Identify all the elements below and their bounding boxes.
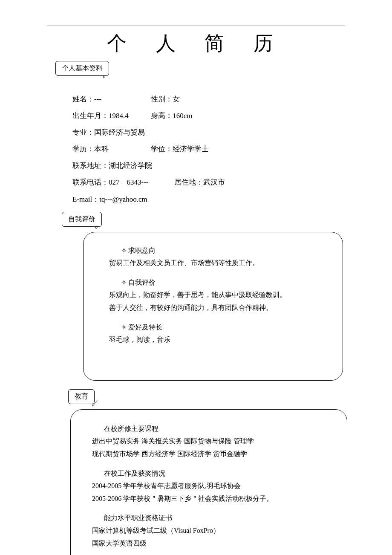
diamond-icon: ✧ bbox=[121, 247, 127, 254]
phone-label: 联系电话： bbox=[72, 174, 109, 191]
eval-heading: 自我评价 bbox=[128, 279, 156, 286]
location-label: 居住地： bbox=[174, 174, 203, 191]
section-education-label-wrap: 教育 bbox=[68, 389, 349, 404]
location-value: 武汉市 bbox=[203, 174, 225, 191]
hobby-body: 羽毛球，阅读，音乐 bbox=[109, 333, 330, 346]
cert-line2: 国家大学英语四级 bbox=[92, 537, 334, 550]
major-label: 专业： bbox=[72, 124, 94, 141]
courses-line1: 进出中贸易实务 海关报关实务 国际货物与保险 管理学 bbox=[92, 435, 334, 448]
gender-label: 性别： bbox=[151, 91, 173, 107]
work-line1: 2004-2005 学年学校青年志愿者服务队,羽毛球协会 bbox=[92, 480, 334, 492]
name-value: --- bbox=[94, 91, 101, 107]
degree-label: 学位： bbox=[151, 141, 173, 157]
work-line2: 2005-2006 学年获校＂暑期三下乡＂社会实践活动积极分子。 bbox=[92, 492, 334, 505]
edu-value: 本科 bbox=[94, 141, 109, 157]
eval-line1: 乐观向上，勤奋好学，善于思考，能从事中汲取经验教训。 bbox=[109, 289, 330, 301]
basic-info-block: 姓名：--- 性别：女 出生年月：1984.4 身高：160cm 专业：国际经济… bbox=[72, 91, 349, 208]
eval-line2: 善于人交往，有较好的沟通能力，具有团队合作精神。 bbox=[109, 301, 330, 314]
section-basic-label: 个人基本资料 bbox=[55, 61, 109, 76]
page-title: 个 人 简 历 bbox=[43, 30, 349, 57]
self-eval-bubble: ✧ 求职意向 贸易工作及相关文员工作、市场营销等性质工作。 ✧ 自我评价 乐观向… bbox=[83, 232, 343, 381]
height-label: 身高： bbox=[151, 107, 173, 124]
gender-value: 女 bbox=[173, 91, 180, 107]
cert-heading: 能力水平职业资格证书 bbox=[92, 512, 334, 524]
section-education-label: 教育 bbox=[68, 389, 95, 404]
cert-line1: 国家计算机等级考试二级（Visual FoxPro） bbox=[92, 524, 334, 537]
name-label: 姓名： bbox=[72, 91, 94, 107]
addr-value: 湖北经济学院 bbox=[109, 157, 152, 174]
section-self-eval-label-wrap: 自我评价 bbox=[62, 212, 349, 227]
addr-label: 联系地址： bbox=[72, 157, 109, 174]
email-value: tq---@yahoo.cm bbox=[99, 191, 147, 208]
courses-heading: 在校所修主要课程 bbox=[92, 422, 334, 435]
top-divider bbox=[47, 26, 345, 26]
degree-value: 经济学学士 bbox=[173, 141, 209, 157]
work-heading: 在校工作及获奖情况 bbox=[92, 467, 334, 480]
diamond-icon: ✧ bbox=[121, 324, 127, 331]
intent-body: 贸易工作及相关文员工作、市场营销等性质工作。 bbox=[109, 257, 330, 269]
diamond-icon: ✧ bbox=[121, 279, 127, 286]
height-value: 160cm bbox=[173, 107, 192, 124]
courses-line2: 现代期货市场学 西方经济学 国际经济学 货币金融学 bbox=[92, 448, 334, 460]
intent-heading: 求职意向 bbox=[128, 247, 156, 254]
hobby-heading: 爱好及特长 bbox=[128, 324, 162, 331]
birth-label: 出生年月： bbox=[72, 107, 109, 124]
section-self-eval-label: 自我评价 bbox=[62, 212, 102, 227]
phone-value: 027—6343--- bbox=[109, 174, 148, 191]
major-value: 国际经济与贸易 bbox=[94, 124, 145, 141]
section-basic-label-wrap: 个人基本资料 bbox=[55, 61, 349, 76]
education-bubble: 在校所修主要课程 进出中贸易实务 海关报关实务 国际货物与保险 管理学 现代期货… bbox=[70, 409, 347, 555]
edu-label: 学历： bbox=[72, 141, 94, 157]
email-label: E-mail： bbox=[72, 191, 99, 208]
birth-value: 1984.4 bbox=[109, 107, 129, 124]
